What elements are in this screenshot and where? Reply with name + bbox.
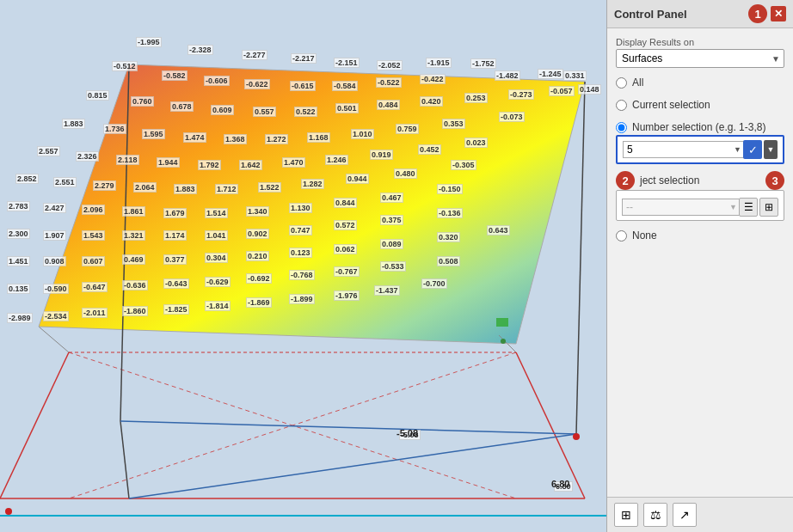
- svg-line-14: [120, 421, 129, 498]
- coord-label-2: 6.80: [551, 479, 569, 489]
- object-selection-box: -- ▼ ☰ ⊞: [616, 190, 784, 221]
- svg-point-21: [501, 339, 506, 344]
- num-label: 1.168: [307, 132, 330, 143]
- num-label: 1.861: [122, 206, 145, 217]
- num-label: 1.712: [215, 184, 238, 194]
- num-label: -0.606: [204, 76, 230, 86]
- num-label: -1.245: [538, 69, 563, 79]
- num-label: 1.522: [258, 182, 281, 193]
- num-label: -1.482: [495, 70, 520, 81]
- num-label: 0.375: [380, 215, 403, 225]
- display-label: Display Results on: [616, 37, 784, 47]
- num-label: 1.451: [7, 256, 30, 266]
- badge-2: 2: [616, 171, 635, 190]
- num-label: 0.522: [294, 107, 317, 117]
- control-panel: Control Panel 1 ✕ Display Results on Sur…: [606, 0, 793, 532]
- panel-body: Display Results on Surfaces Nodes Elemen…: [607, 28, 793, 497]
- svg-line-17: [129, 434, 576, 498]
- num-label: 1.246: [325, 155, 348, 165]
- num-label: 0.572: [334, 220, 357, 230]
- num-label: -0.643: [163, 278, 189, 289]
- num-label: 0.557: [253, 107, 276, 117]
- radio-none-label[interactable]: None: [632, 229, 657, 242]
- radio-number[interactable]: [616, 122, 627, 133]
- num-label: -0.622: [244, 79, 270, 89]
- num-label: 0.484: [377, 100, 400, 110]
- num-label: 0.320: [437, 232, 460, 242]
- viewport: -1.995-2.328-2.277-2.217-2.151-2.052-1.9…: [0, 0, 606, 532]
- num-label: -0.636: [122, 280, 148, 290]
- num-label: 1.883: [174, 184, 197, 194]
- num-label: 2.300: [7, 229, 30, 239]
- svg-rect-22: [496, 318, 508, 327]
- radio-current-label[interactable]: Current selection: [632, 99, 710, 111]
- radio-number-row: Number selection (e.g. 1-3,8): [616, 119, 784, 135]
- svg-point-20: [573, 433, 580, 440]
- surfaces-dropdown[interactable]: Surfaces Nodes Elements: [616, 49, 784, 68]
- export-button[interactable]: ↗: [673, 503, 697, 527]
- number-value-select[interactable]: 5 1 2 3: [623, 141, 744, 158]
- table-icon: ⊞: [621, 508, 631, 522]
- num-label: -0.767: [334, 266, 360, 277]
- close-button[interactable]: ✕: [771, 6, 786, 21]
- surfaces-dropdown-wrapper: Surfaces Nodes Elements ▼: [616, 49, 784, 68]
- object-input-row: -- ▼ ☰ ⊞: [622, 198, 778, 217]
- num-label: 0.210: [246, 251, 269, 261]
- radio-all-label[interactable]: All: [632, 76, 643, 89]
- num-label: -0.305: [451, 160, 476, 170]
- badge-3: 3: [765, 171, 784, 190]
- radio-none[interactable]: [616, 230, 627, 242]
- table-button[interactable]: ⊞: [614, 503, 638, 527]
- num-label: 1.321: [122, 230, 145, 241]
- num-label: -0.136: [437, 208, 463, 218]
- number-selection-section: Number selection (e.g. 1-3,8) 5 1 2 3 ▼ …: [616, 119, 784, 164]
- radio-current[interactable]: [616, 100, 627, 111]
- num-label: 0.944: [346, 174, 369, 184]
- num-label: -0.692: [246, 273, 272, 284]
- num-label: -0.647: [82, 282, 108, 292]
- radio-all[interactable]: [616, 77, 627, 89]
- num-label: -1.976: [334, 290, 360, 301]
- num-label: 1.883: [62, 119, 85, 129]
- num-label: 1.282: [301, 179, 324, 189]
- object-select[interactable]: --: [622, 199, 740, 216]
- scale-icon: ⚖: [650, 508, 661, 522]
- num-label: 0.253: [464, 93, 488, 103]
- num-label: -0.273: [508, 89, 534, 100]
- num-label: 0.508: [437, 256, 460, 266]
- num-label: 0.609: [211, 105, 234, 115]
- num-label: 2.852: [15, 174, 39, 184]
- num-label: 2.064: [133, 182, 157, 193]
- num-label: 2.557: [37, 146, 60, 156]
- svg-line-2: [0, 352, 69, 498]
- object-action-button[interactable]: ⊞: [759, 198, 778, 217]
- display-results-section: Display Results on Surfaces Nodes Elemen…: [616, 37, 784, 68]
- number-input-row: 5 1 2 3 ▼ ✓ ▼: [623, 140, 778, 159]
- radio-number-label[interactable]: Number selection (e.g. 1-3,8): [632, 121, 765, 133]
- num-label: 0.135: [7, 284, 30, 294]
- num-label: 2.326: [76, 151, 99, 162]
- num-label: 0.469: [122, 254, 145, 265]
- object-selection-section: 2 ject selection 3 -- ▼ ☰ ⊞: [616, 171, 784, 221]
- num-label: -1.869: [246, 297, 272, 308]
- num-label: -0.150: [437, 184, 463, 194]
- number-more-button[interactable]: ▼: [764, 140, 778, 159]
- num-label: -2.534: [43, 311, 69, 321]
- confirm-number-button[interactable]: ✓: [743, 140, 762, 159]
- num-label: -0.522: [376, 77, 402, 88]
- num-label: 0.467: [380, 193, 403, 203]
- num-label: -1.814: [205, 301, 231, 311]
- num-label: 1.736: [103, 124, 126, 134]
- num-label: 0.902: [246, 229, 269, 239]
- num-label: -2.217: [291, 53, 317, 64]
- scale-button[interactable]: ⚖: [643, 503, 667, 527]
- num-label: -0.615: [290, 81, 316, 91]
- num-label: 2.096: [82, 205, 105, 215]
- number-selection-box: 5 1 2 3 ▼ ✓ ▼: [616, 135, 784, 164]
- num-label: -2.011: [82, 308, 108, 318]
- object-select-button[interactable]: ☰: [739, 198, 758, 217]
- num-label: -1.995: [136, 37, 162, 47]
- num-label: -0.590: [43, 284, 69, 294]
- num-label: -1.437: [374, 285, 400, 296]
- badge-row: 2 ject selection 3: [616, 171, 784, 190]
